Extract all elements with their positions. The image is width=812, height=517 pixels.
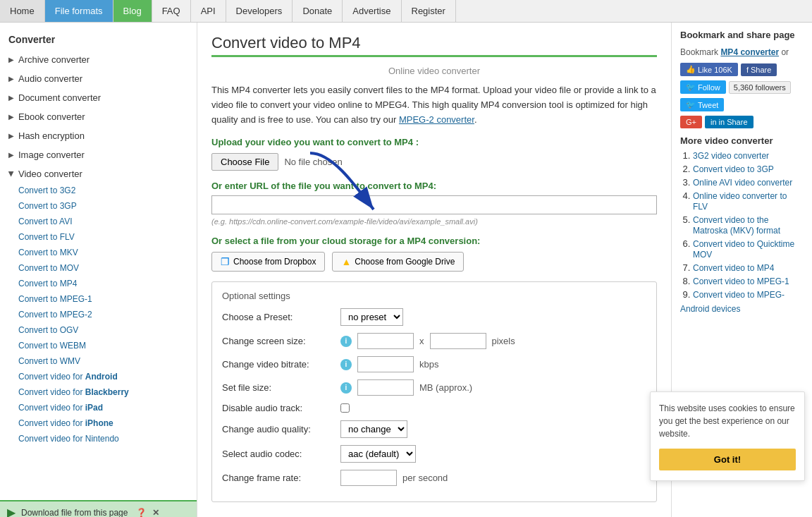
sidebar-group-ebook[interactable]: ▶ Ebook converter [0,108,197,126]
sidebar-item-mpeg1[interactable]: Convert to MPEG-1 [0,291,197,307]
nav-file-formats[interactable]: File formats [45,0,113,22]
sidebar-item-blackberry[interactable]: Convert video for Blackberry [0,384,197,400]
sidebar-group-label-hash[interactable]: ▶ Hash encryption [0,127,197,145]
cookie-accept-button[interactable]: Got it! [659,449,796,470]
more-link-4[interactable]: Online video converter to FLV [693,191,787,212]
more-link-2[interactable]: Convert video to 3GP [693,164,774,174]
sidebar-group-label-video[interactable]: ▶ Video converter [0,165,197,183]
download-bar[interactable]: ▶ Download file from this page ❓ ✕ [0,500,197,517]
sidebar-item-3gp[interactable]: Convert to 3GP [0,198,197,214]
more-link-3[interactable]: Online AVI video converter [693,178,792,188]
sidebar-item-ipad[interactable]: Convert video for iPad [0,400,197,415]
social-row-gplus: G+ in in Share [680,116,804,128]
sidebar-item-mkv[interactable]: Convert to MKV [0,245,197,260]
list-item: Convert video to the Matroska (MKV) form… [693,214,804,236]
sidebar-item-iphone[interactable]: Convert video for iPhone [0,415,197,431]
screensize-info-icon[interactable]: i [340,336,352,347]
filesize-info-icon[interactable]: i [340,382,352,394]
gdrive-button[interactable]: ▲ Choose from Google Drive [332,252,464,272]
sidebar-item-wmv[interactable]: Convert to WMV [0,353,197,369]
more-link-5[interactable]: Convert video to the Matroska (MKV) form… [693,215,780,236]
framerate-label: Change frame rate: [222,473,335,483]
twitter-icon: 🐦 [686,83,696,92]
framerate-input[interactable] [340,470,397,486]
arrow-icon-hash: ▶ [8,132,14,140]
sidebar-item-mp4[interactable]: Convert to MP4 [0,276,197,291]
sidebar-item-mpeg2[interactable]: Convert to MPEG-2 [0,307,197,322]
sidebar-group-label-image[interactable]: ▶ Image converter [0,146,197,164]
close-icon[interactable]: ✕ [152,508,159,517]
sidebar-item-3g2[interactable]: Convert to 3G2 [0,183,197,198]
sidebar-group-video[interactable]: ▶ Video converter Convert to 3G2 Convert… [0,165,197,446]
settings-row-audio-quality: Change audio quality: no change [222,420,646,438]
fb-like-button[interactable]: 👍 Like 106K [680,63,738,76]
nav-donate[interactable]: Donate [293,0,343,22]
audio-codec-select[interactable]: aac (default) [340,445,416,463]
nav-faq[interactable]: FAQ [152,0,191,22]
settings-row-framerate: Change frame rate: per second [222,470,646,486]
filesize-input[interactable] [357,379,414,396]
nav-advertise[interactable]: Advertise [343,0,401,22]
sidebar-group-document[interactable]: ▶ Document converter [0,89,197,107]
nav-api[interactable]: API [191,0,226,22]
nav-home[interactable]: Home [0,0,45,22]
bitrate-info-icon[interactable]: i [340,359,352,370]
audio-quality-label: Change audio quality: [222,424,335,434]
sidebar-item-android[interactable]: Convert video for Android [0,369,197,384]
more-link-7[interactable]: Convert video to MP4 [693,263,774,273]
nav-developers[interactable]: Developers [226,0,293,22]
x-separator: x [419,336,424,346]
follow-button[interactable]: 🐦 Follow [680,80,726,94]
list-item: Convert video to Quicktime MOV [693,238,804,260]
bitrate-unit: kbps [419,359,438,370]
more-link-8[interactable]: Convert video to MPEG-1 [693,276,789,286]
sidebar-item-nintendo[interactable]: Convert video for Nintendo [0,431,197,446]
followers-count: 5,360 followers [729,81,791,94]
choose-file-button[interactable]: Choose File [211,153,278,171]
sidebar-image-label: Image converter [18,150,85,160]
fb-share-button[interactable]: f Share [741,63,777,76]
screensize-height-input[interactable] [430,333,486,349]
more-link-9[interactable]: Convert video to MPEG- [693,290,785,300]
fb-like-label: Like 106K [698,66,732,74]
audio-quality-select[interactable]: no change [340,420,407,438]
dropbox-button[interactable]: ❐ Choose from Dropbox [211,252,325,272]
description-text: This MP4 converter lets you easily conve… [211,83,657,127]
sidebar-group-label-archive[interactable]: ▶ Archive converter [0,51,197,68]
preset-select[interactable]: no preset [340,308,403,326]
more-link-1[interactable]: 3G2 video converter [693,151,769,161]
arrow-icon-document: ▶ [8,94,14,102]
audio-disable-checkbox[interactable] [340,403,350,413]
sidebar-group-archive[interactable]: ▶ Archive converter [0,51,197,68]
nav-register[interactable]: Register [402,0,456,22]
cookie-text: This website uses cookies to ensure you … [659,402,796,440]
screensize-width-input[interactable] [357,333,414,349]
gplus-button[interactable]: G+ [680,116,702,128]
more-link-6[interactable]: Convert video to Quicktime MOV [693,239,794,260]
bookmark-or: or [781,47,789,57]
settings-row-bitrate: Change video bitrate: i kbps [222,356,646,372]
sidebar-group-audio[interactable]: ▶ Audio converter [0,70,197,87]
mp4-converter-link[interactable]: MP4 converter [720,47,779,57]
sidebar-audio-label: Audio converter [18,73,82,84]
question-icon[interactable]: ❓ [136,508,147,517]
linkedin-share-button[interactable]: in in Share [705,116,753,128]
sidebar-group-image[interactable]: ▶ Image converter [0,146,197,164]
gdrive-icon: ▲ [341,256,351,267]
sidebar-group-label-audio[interactable]: ▶ Audio converter [0,70,197,87]
bitrate-input[interactable] [357,356,414,372]
sidebar-item-flv[interactable]: Convert to FLV [0,229,197,245]
nav-blog[interactable]: Blog [113,0,152,22]
sidebar-group-label-document[interactable]: ▶ Document converter [0,89,197,107]
tweet-button[interactable]: 🐦 Tweet [680,98,724,111]
subtitle: Online video converter [211,66,657,76]
sidebar-group-hash[interactable]: ▶ Hash encryption [0,127,197,145]
sidebar-item-ogv[interactable]: Convert to OGV [0,322,197,338]
sidebar-item-mov[interactable]: Convert to MOV [0,260,197,276]
mpeg2-link[interactable]: MPEG-2 converter [399,114,474,125]
sidebar-item-webm[interactable]: Convert to WEBM [0,338,197,353]
url-input[interactable] [211,195,657,214]
filesize-unit: MB (approx.) [419,382,472,393]
sidebar-group-label-ebook[interactable]: ▶ Ebook converter [0,108,197,126]
sidebar-item-avi[interactable]: Convert to AVI [0,214,197,229]
